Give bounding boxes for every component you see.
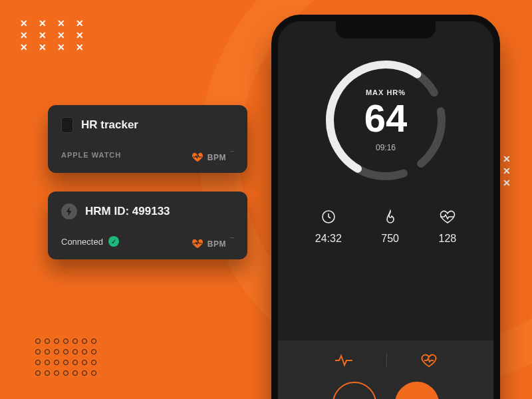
stat-time-value: 24:32 (315, 233, 342, 245)
heart-pulse-icon (439, 209, 456, 225)
device-label: APPLE WATCH (61, 151, 121, 159)
heart-icon (192, 152, 203, 162)
card-title: HRM ID: 499133 (85, 205, 170, 218)
mode-divider (386, 353, 387, 368)
bpm-value: -- (230, 148, 234, 154)
stat-bpm-value: 128 (439, 233, 457, 245)
activity-icon[interactable] (334, 354, 353, 367)
decor-circles-bottom (33, 336, 98, 379)
phone-frame: MAX HR% 64 09:16 24:32 750 128 (271, 15, 500, 399)
card-title: HR tracker (81, 118, 138, 132)
finish-button[interactable]: Finish (395, 382, 439, 399)
decor-x-top-left: ✕ ✕ ✕ ✕ ✕ ✕ ✕ ✕ ✕ ✕ ✕ ✕ (20, 17, 88, 53)
check-icon: ✓ (108, 236, 119, 247)
heart-mode-icon[interactable] (420, 352, 438, 368)
phone-notch (336, 21, 436, 39)
dial-value: 64 (364, 99, 408, 138)
bolt-icon (61, 203, 77, 219)
bpm-label: BPM (207, 239, 226, 249)
hr-tracker-card[interactable]: HR tracker APPLE WATCH BPM -- (48, 105, 247, 173)
heart-icon (192, 238, 203, 249)
bpm-label: BPM (207, 153, 226, 162)
stat-calories: 750 (381, 209, 399, 245)
dial-elapsed: 09:16 (376, 143, 396, 152)
flame-icon (382, 209, 398, 225)
dial-label: MAX HR% (366, 88, 406, 96)
clock-icon (321, 209, 336, 225)
hrm-device-card[interactable]: HRM ID: 499133 Connected ✓ BPM -- (48, 192, 247, 259)
connection-status: Connected (61, 237, 103, 247)
bottom-panel: Resume Finish (278, 340, 493, 399)
watch-icon (61, 117, 73, 133)
stat-bpm: 128 (439, 209, 457, 245)
stat-calories-value: 750 (381, 233, 399, 245)
stat-time: 24:32 (315, 209, 342, 245)
bpm-value: -- (230, 234, 234, 241)
resume-button[interactable]: Resume (332, 382, 376, 399)
hr-dial: MAX HR% 64 09:16 (316, 51, 456, 190)
